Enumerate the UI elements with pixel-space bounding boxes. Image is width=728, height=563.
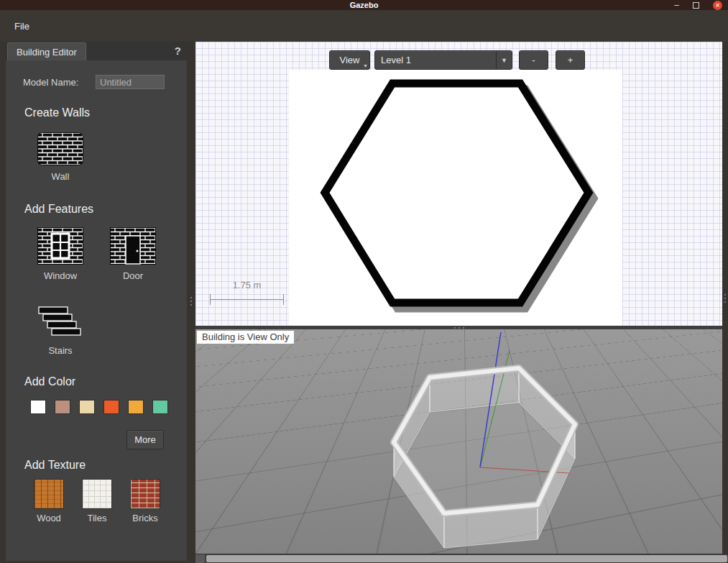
texture-row: Wood Tiles Bricks [29,479,165,523]
minimize-button[interactable]: – [674,1,679,9]
bricks-texture-thumbnail [130,479,160,509]
splitter-dot [454,327,456,329]
tiles-texture-thumbnail [82,479,112,509]
wood-texture-thumbnail [34,479,64,509]
chevron-down-icon: ▼ [496,51,512,69]
level-selector[interactable]: Level 1 ▼ [374,50,512,70]
splitter-dot [190,301,192,302]
model-name-input[interactable] [96,75,165,89]
door-icon [110,227,156,265]
color-swatch-seagreen[interactable] [152,400,168,414]
color-swatch-orange[interactable] [128,400,144,414]
maximize-button[interactable] [693,2,699,9]
scrollbar-button[interactable] [195,554,205,563]
stairs-label: Stairs [48,345,72,356]
splitter-dot [463,327,464,329]
splitter-dot [459,327,460,329]
window-title: Gazebo [350,0,379,10]
scale-tick-right [283,294,284,305]
menu-item-file[interactable]: File [10,19,34,33]
scale-tick-left [210,294,211,305]
texture-tiles-button[interactable]: Tiles [77,479,117,523]
menu-bar: File [0,10,728,42]
texture-wood-button[interactable]: Wood [29,479,69,523]
color-swatch-row [30,400,168,414]
close-button[interactable]: ✕ [713,1,722,10]
wall-tool-button[interactable]: Wall [26,132,95,182]
splitter-dot [724,294,726,296]
stairs-icon [37,305,83,339]
heading-add-features: Add Features [24,203,93,216]
color-swatch-white[interactable] [30,400,46,414]
view-button[interactable]: View ▼ [329,50,370,70]
window-label: Window [44,270,77,281]
zoom-in-button[interactable]: + [556,50,585,70]
tiles-label: Tiles [88,513,107,523]
view-3d-viewport[interactable]: Building is View Only [195,329,722,554]
color-swatch-rosybrown[interactable] [55,400,70,414]
window-tool-button[interactable]: Window [26,227,95,281]
gazebo-window: Gazebo – ✕ File Building Editor ? Model … [0,0,728,563]
vertical-splitter-left[interactable] [187,42,195,561]
splitter-dot [190,304,192,306]
building-3d-svg [195,329,722,554]
wall-label: Wall [52,171,70,182]
vertical-splitter-right[interactable] [722,42,728,554]
wood-label: Wood [37,513,61,523]
help-icon[interactable]: ? [175,45,181,57]
heading-create-walls: Create Walls [24,106,90,119]
window-controls: – ✕ [674,0,722,10]
heading-add-color: Add Color [24,375,75,388]
stairs-tool-button[interactable]: Stairs [26,305,95,356]
heading-add-texture: Add Texture [24,459,86,472]
tab-row: Building Editor ? [6,42,187,60]
texture-bricks-button[interactable]: Bricks [125,479,165,523]
tab-building-editor[interactable]: Building Editor [7,42,86,60]
bricks-label: Bricks [132,513,157,523]
title-bar: Gazebo – ✕ [0,0,728,10]
color-swatch-wheat[interactable] [79,400,95,414]
scrollbar-thumb[interactable] [206,555,727,562]
wall-icon [37,132,83,165]
level-selector-value: Level 1 [375,55,496,65]
window-icon [37,227,83,265]
scale-label: 1.75 m [210,280,284,290]
splitter-dot [724,298,726,299]
color-swatch-orangered[interactable] [103,400,119,414]
horizontal-scrollbar[interactable] [195,554,728,563]
chevron-down-icon: ▼ [363,63,368,68]
door-tool-button[interactable]: Door [98,227,167,281]
editor-2d-canvas[interactable]: View ▼ Level 1 ▼ - + 1.75 m [195,42,722,326]
splitter-dot [190,297,192,298]
model-name-label: Model Name: [23,77,78,88]
building-editor-panel: Building Editor ? Model Name: Create Wal… [6,42,187,561]
scale-ruler [210,299,284,300]
view-button-label: View [340,55,360,65]
more-colors-button[interactable]: More [126,430,164,449]
view-only-badge: Building is View Only [197,331,294,344]
splitter-dot [724,301,726,303]
zoom-out-button[interactable]: - [519,50,548,70]
door-label: Door [123,270,143,281]
